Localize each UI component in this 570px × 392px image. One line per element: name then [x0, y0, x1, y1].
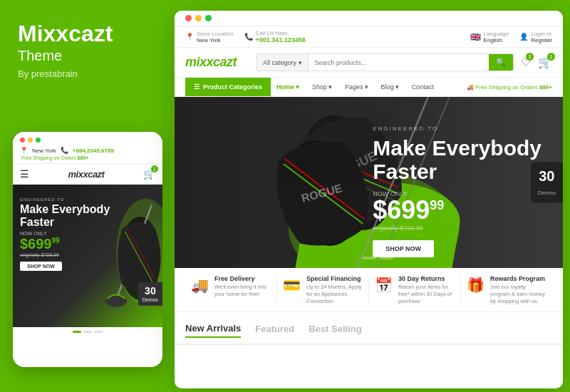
nav-blog[interactable]: Blog ▾ — [375, 78, 405, 96]
feature-desc-1: Up to 24 Months. Apply for an Appliances… — [306, 284, 363, 304]
desktop-dot-yellow — [195, 15, 202, 21]
hero-headline: Make Everybody Faster — [373, 136, 542, 183]
search-input[interactable] — [309, 54, 489, 71]
language-info: 🇬🇧 Language English — [470, 31, 509, 43]
mobile-slider-dot-2[interactable] — [83, 331, 92, 333]
mobile-slider-dot-3[interactable] — [94, 331, 103, 333]
mobile-shop-button[interactable]: SHOP NOW — [20, 262, 62, 271]
location-icon: 📍 — [185, 33, 194, 41]
desktop-hero: ROGUE ROGUE ENGINEERED TO Make Everybody… — [175, 97, 563, 268]
desktop-window-bar — [175, 11, 563, 26]
left-panel: Mixxcazt Theme By prestabrain 📍 New York… — [0, 0, 175, 392]
user-icon: 👤 — [519, 33, 528, 41]
wishlist-badge: 2 — [526, 53, 534, 61]
mobile-shipping-text: Free Shipping on Orders — [21, 155, 76, 160]
desktop-dot-green — [205, 15, 212, 21]
mobile-dot-green — [36, 138, 41, 143]
mobile-hero: ENGINEERED TO Make Everybody Faster NOW … — [13, 185, 162, 327]
register-text: Register — [531, 37, 552, 43]
cart-badge: 1 — [547, 53, 555, 61]
brand-name: Mixxcazt — [18, 21, 157, 46]
nav-links: Home ▾ Shop ▾ Pages ▾ Blog ▾ Contact — [271, 78, 440, 96]
tab-new-arrivals[interactable]: New Arrivals — [185, 323, 241, 338]
mobile-cart-icon[interactable]: 🛒 1 — [143, 168, 155, 180]
hero-dot-2[interactable] — [362, 257, 376, 259]
desktop-header: mixxcazt All category ▾ 🔍 ♡ 2 🛒 1 — [175, 48, 563, 78]
header-icons: ♡ 2 🛒 1 — [521, 56, 552, 69]
feature-item-1: 💳 Special Financing Up to 24 Months. App… — [277, 275, 369, 304]
hero-dot-3[interactable] — [380, 257, 394, 259]
hero-shop-button[interactable]: SHOP NOW — [373, 240, 434, 257]
store-value: New York — [197, 37, 234, 43]
feature-icon-2: 📅 — [375, 277, 393, 294]
feature-icon-3: 🎁 — [467, 277, 484, 294]
hero-dot-1[interactable] — [344, 257, 358, 259]
search-category-dropdown[interactable]: All category ▾ — [257, 54, 309, 71]
phone-info: 📞 Call Us Now: +001.341.123456 — [244, 30, 306, 43]
nav-shipping: 🚚 Free Shipping on Orders $80+ — [467, 84, 552, 91]
hero-engineered: ENGINEERED TO — [373, 125, 542, 132]
login-text: Login or — [531, 31, 552, 37]
flag-icon: 🇬🇧 — [470, 32, 481, 42]
nav-shop[interactable]: Shop ▾ — [306, 78, 338, 96]
hero-demos-number: 30 — [538, 168, 556, 185]
search-bar[interactable]: All category ▾ 🔍 — [256, 53, 514, 71]
nav-pages[interactable]: Pages ▾ — [339, 78, 374, 96]
mobile-engineered: ENGINEERED TO — [20, 197, 110, 202]
feature-item-3: 🎁 Rewards Program Join our loyalty progr… — [461, 275, 552, 304]
feature-title-3: Rewards Program — [490, 275, 546, 282]
menu-icon: ☰ — [194, 83, 200, 91]
mobile-mockup: 📍 New York 📞 +084.2345.6789 Free Shippin… — [13, 132, 162, 367]
mobile-location: New York — [32, 148, 56, 154]
mobile-brand-logo: mixxcazt — [68, 169, 105, 180]
hero-slider-dots — [344, 257, 394, 259]
tab-featured[interactable]: Featured — [255, 324, 294, 337]
feature-title-0: Free Delivery — [214, 275, 271, 282]
feature-desc-0: We'll even bring it into your home for f… — [214, 284, 271, 298]
mobile-price: $69999 — [20, 236, 110, 252]
mobile-original-price: originally $799.99 — [20, 252, 110, 257]
brand-theme: Theme — [18, 48, 157, 64]
desktop-nav: ☰ Product Categories Home ▾ Shop ▾ Pages… — [175, 78, 563, 97]
mobile-now-only: NOW ONLY — [20, 231, 110, 236]
phone-icon: 📞 — [61, 147, 68, 154]
hero-price: $69999 — [373, 197, 542, 223]
nav-home[interactable]: Home ▾ — [271, 78, 305, 96]
feature-desc-3: Join our loyalty program & earn money by… — [490, 284, 546, 304]
mobile-top-bar: 📍 New York 📞 +084.2345.6789 Free Shippin… — [13, 132, 162, 164]
login-info: 👤 Login or Register — [519, 31, 552, 43]
tab-best-selling[interactable]: Best Selling — [309, 324, 361, 337]
store-label: Store Location — [197, 31, 234, 37]
hero-demos-label: Demos — [538, 190, 556, 196]
mobile-phone: +084.2345.6789 — [73, 148, 114, 154]
hamburger-icon[interactable]: ☰ — [20, 168, 29, 180]
search-category-label: All category — [263, 59, 296, 66]
wishlist-icon[interactable]: ♡ 2 — [521, 56, 531, 69]
product-categories-button[interactable]: ☰ Product Categories — [185, 78, 271, 96]
nav-contact[interactable]: Contact — [406, 78, 440, 96]
chevron-icon: ▾ — [296, 83, 299, 91]
mobile-headline: Make Everybody Faster — [20, 203, 110, 228]
desktop-dot-red — [185, 15, 192, 21]
brand-by: By prestabrain — [18, 68, 157, 79]
mobile-dot-yellow — [28, 138, 33, 143]
feature-title-2: 30 Day Returns — [398, 275, 455, 282]
mobile-nav: ☰ mixxcazt 🛒 1 — [13, 164, 162, 185]
feature-title-1: Special Financing — [306, 275, 363, 282]
mobile-dot-red — [20, 138, 25, 143]
mobile-hero-text: ENGINEERED TO Make Everybody Faster NOW … — [20, 197, 110, 271]
mobile-slider-dot-1[interactable] — [73, 331, 81, 333]
search-button[interactable]: 🔍 — [489, 54, 513, 71]
cart-icon[interactable]: 🛒 1 — [538, 56, 552, 69]
feature-desc-2: Return your items for free* within 30 Da… — [398, 284, 455, 304]
desktop-info-bar: 📍 Store Location New York 📞 Call Us Now:… — [175, 26, 563, 48]
mobile-shipping-amount: $80+ — [78, 155, 89, 160]
call-label: Call Us Now: — [256, 30, 306, 36]
hero-original-price: originally $799.99 — [373, 225, 542, 232]
mobile-demos-number: 30 — [142, 285, 158, 296]
chevron-icon: ▾ — [365, 83, 368, 91]
hero-demos-badge: 30 Demos — [531, 163, 563, 203]
phone-value: +001.341.123456 — [256, 36, 306, 43]
mobile-cart-badge: 1 — [151, 165, 158, 172]
language-value: English — [484, 37, 509, 43]
